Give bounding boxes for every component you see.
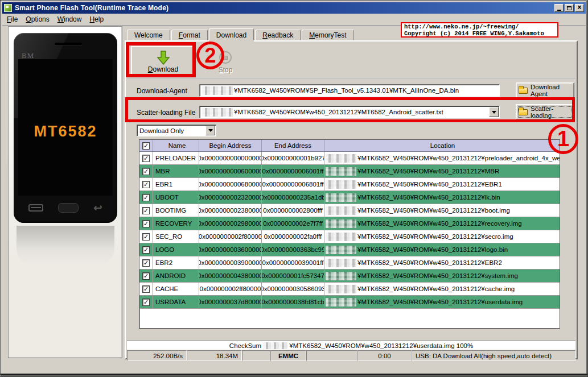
- tab-download[interactable]: Download: [209, 28, 254, 40]
- row-checkbox-cell: ✓: [139, 165, 153, 177]
- tab-welcome[interactable]: Welcome: [127, 30, 170, 40]
- scatter-file-combobox[interactable]: ¥MTK6582_W450¥ROM¥w450_20131212¥MT6582_A…: [199, 106, 500, 118]
- row-begin-address: 0x0000000002380000: [199, 204, 262, 217]
- censored-path-block: [326, 206, 356, 215]
- row-checkbox[interactable]: ✓: [142, 155, 150, 162]
- row-checkbox-cell: ✓: [139, 204, 153, 217]
- row-location-text: ¥MTK6582_W450¥ROM¥w450_20131212¥lk.bin: [357, 194, 500, 201]
- row-end-address: 0x0000000002e7f7ff: [262, 217, 324, 230]
- scatter-file-value: ¥MTK6582_W450¥ROM¥w450_20131212¥MT6582_A…: [234, 109, 443, 115]
- status-bar: 252.00B/s 18.34M EMMC 0:00 USB: DA Downl…: [127, 350, 575, 361]
- scatter-browse-button[interactable]: Scatter-loading: [516, 104, 574, 120]
- row-begin-address: 0x0000000000600000: [199, 165, 262, 177]
- download-button[interactable]: Download: [131, 46, 195, 76]
- table-row[interactable]: ✓ UBOOT 0x0000000002320000 0x00000000023…: [139, 191, 560, 204]
- table-row[interactable]: ✓ ANDROID 0x0000000004380000 0x000000001…: [139, 270, 560, 283]
- row-location: ¥MTK6582_W450¥ROM¥w450_20131212¥system.i…: [324, 270, 560, 282]
- download-agent-browse-button[interactable]: Download Agent: [516, 82, 574, 98]
- menu-window[interactable]: Window: [54, 14, 86, 24]
- row-name: PRELOADER: [153, 152, 199, 164]
- table-row[interactable]: ✓ EBR1 0x0000000000680000 0x000000000068…: [139, 178, 560, 191]
- table-row[interactable]: ✓ PRELOADER 0x0000000000000000 0x0000000…: [139, 152, 560, 165]
- row-location: ¥MTK6582_W450¥ROM¥w450_20131212¥boot.img: [324, 204, 560, 217]
- maximize-button[interactable]: [565, 4, 574, 12]
- row-begin-address: 0x0000000002f80000: [199, 230, 262, 243]
- phone-preview-panel: BM MT6582 ↩: [8, 26, 122, 358]
- row-name: ANDROID: [153, 270, 199, 282]
- phone-menu-icon: [28, 204, 43, 212]
- table-row[interactable]: ✓ RECOVERY 0x0000000002980000 0x00000000…: [139, 217, 560, 230]
- header-location: Location: [324, 140, 560, 151]
- tab-format[interactable]: Format: [171, 30, 208, 40]
- select-all-cell[interactable]: ✓: [139, 140, 153, 151]
- censored-path-block: [326, 167, 356, 176]
- status-time: 0:00: [357, 350, 412, 361]
- header-name: Name: [153, 140, 199, 151]
- table-row[interactable]: ✓ MBR 0x0000000000600000 0x0000000000600…: [139, 165, 560, 178]
- menu-file[interactable]: File: [3, 14, 22, 24]
- download-mode-select[interactable]: Download Only: [137, 125, 216, 136]
- tab-readback[interactable]: Readback: [255, 30, 301, 40]
- censored-path-block: [202, 108, 233, 117]
- row-checkbox[interactable]: ✓: [142, 233, 150, 241]
- row-location-text: ¥MTK6582_W450¥ROM¥w450_20131212¥EBR2: [357, 259, 502, 266]
- minimize-button[interactable]: [554, 4, 564, 12]
- scatter-file-label: Scatter-loading File: [137, 109, 195, 117]
- table-row[interactable]: ✓ SEC_RO 0x0000000002f80000 0x0000000002…: [139, 230, 560, 243]
- row-location: ¥MTK6582_W450¥ROM¥w450_20131212¥preloade…: [324, 152, 560, 164]
- download-agent-input[interactable]: ¥MTK6582_W450¥ROM¥SP_Flash_Tool_v5.1343.…: [199, 84, 500, 97]
- row-location: ¥MTK6582_W450¥ROM¥w450_20131212¥EBR1: [324, 178, 560, 190]
- row-location: ¥MTK6582_W450¥ROM¥w450_20131212¥logo.bin: [324, 243, 560, 256]
- menu-options[interactable]: Options: [22, 14, 53, 24]
- row-checkbox[interactable]: ✓: [142, 207, 150, 214]
- table-body: ✓ PRELOADER 0x0000000000000000 0x0000000…: [139, 152, 560, 309]
- menu-help[interactable]: Help: [85, 14, 108, 24]
- status-speed: 252.00B/s: [127, 350, 187, 361]
- row-begin-address: 0x000000002ff80000: [199, 283, 262, 295]
- row-name: EBR2: [153, 256, 199, 269]
- row-checkbox[interactable]: ✓: [142, 259, 150, 267]
- phone-speaker: [55, 43, 82, 45]
- row-checkbox[interactable]: ✓: [142, 181, 150, 188]
- table-row[interactable]: ✓ BOOTIMG 0x0000000002380000 0x000000000…: [139, 204, 560, 217]
- partition-table: ✓ Name Begin Address End Address Locatio…: [139, 139, 560, 329]
- app-icon: [4, 4, 12, 12]
- row-checkbox-cell: ✓: [139, 217, 153, 230]
- row-checkbox[interactable]: ✓: [142, 194, 150, 201]
- row-checkbox[interactable]: ✓: [142, 220, 150, 227]
- table-row[interactable]: ✓ CACHE 0x000000002ff80000 0x00000000305…: [139, 283, 560, 296]
- row-location-text: ¥MTK6582_W450¥ROM¥w450_20131212¥EBR1: [357, 181, 502, 188]
- close-button[interactable]: ×: [575, 4, 584, 12]
- row-begin-address: 0x0000000003900000: [199, 256, 262, 269]
- row-checkbox[interactable]: ✓: [142, 246, 150, 254]
- row-checkbox[interactable]: ✓: [142, 299, 150, 306]
- row-begin-address: 0x0000000000000000: [199, 152, 262, 164]
- row-name: EBR1: [153, 178, 199, 190]
- row-location-text: ¥MTK6582_W450¥ROM¥w450_20131212¥logo.bin: [357, 246, 508, 253]
- row-end-address: 0x000000000001b927: [262, 152, 324, 164]
- row-checkbox[interactable]: ✓: [142, 168, 150, 175]
- phone-back-icon: ↩: [93, 202, 102, 213]
- row-begin-address: 0x0000000000680000: [199, 178, 262, 190]
- row-location: ¥MTK6582_W450¥ROM¥w450_20131212¥cache.im…: [324, 283, 560, 295]
- table-row[interactable]: ✓ USRDATA 0x0000000037d80000 0x000000003…: [139, 296, 560, 309]
- row-name: CACHE: [153, 283, 199, 295]
- row-checkbox[interactable]: ✓: [142, 285, 150, 293]
- table-header-row: ✓ Name Begin Address End Address Locatio…: [139, 140, 560, 152]
- row-checkbox-cell: ✓: [139, 270, 153, 282]
- row-checkbox[interactable]: ✓: [142, 272, 150, 280]
- status-storage-type: EMMC: [270, 350, 306, 361]
- row-end-address: 0x0000000002800fff: [262, 204, 324, 217]
- mode-dropdown-arrow[interactable]: [205, 126, 215, 135]
- table-row[interactable]: ✓ EBR2 0x0000000003900000 0x000000000390…: [139, 256, 560, 270]
- censored-path-block: [326, 272, 356, 280]
- tab-memorytest[interactable]: MemoryTest: [302, 30, 353, 40]
- censored-path-block: [326, 298, 356, 306]
- download-agent-value: ¥MTK6582_W450¥ROM¥SP_Flash_Tool_v5.1343.…: [234, 87, 459, 94]
- select-all-checkbox[interactable]: ✓: [142, 142, 150, 150]
- table-row[interactable]: ✓ LOGO 0x0000000003600000 0x000000000363…: [139, 243, 560, 256]
- download-mode-value: Download Only: [139, 127, 184, 134]
- censored-path-block: [263, 342, 288, 349]
- scatter-dropdown-arrow[interactable]: [489, 107, 499, 117]
- header-end-address: End Address: [262, 140, 324, 151]
